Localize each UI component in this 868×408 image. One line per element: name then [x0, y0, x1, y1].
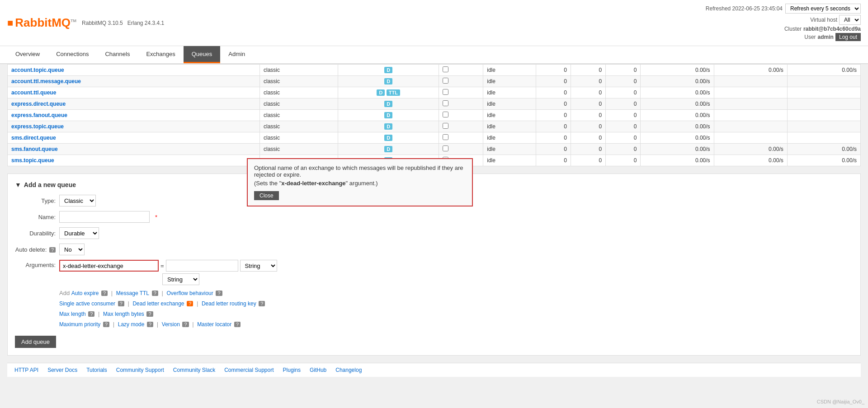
- footer-http-api[interactable]: HTTP API: [14, 367, 38, 373]
- name-label: Name:: [15, 214, 56, 220]
- queue-checkbox-cell[interactable]: [439, 132, 483, 144]
- master-locator-help[interactable]: ?: [234, 322, 241, 327]
- queue-checkbox-cell[interactable]: [439, 144, 483, 155]
- queue-name-cell[interactable]: sms.topic.queue: [8, 155, 260, 166]
- queue-checkbox-cell[interactable]: [439, 121, 483, 132]
- queue-name-link[interactable]: sms.direct.queue: [11, 135, 56, 141]
- arg-type-select-1[interactable]: String Number Boolean: [240, 260, 277, 272]
- queue-type-cell: classic: [260, 132, 338, 144]
- footer-community-support[interactable]: Community Support: [116, 367, 164, 373]
- queue-checkbox[interactable]: [443, 134, 448, 140]
- maximum-priority-help[interactable]: ?: [103, 322, 109, 327]
- lazy-mode-help[interactable]: ?: [147, 322, 153, 327]
- queue-name-link[interactable]: express.topic.queue: [11, 123, 64, 130]
- queue-checkbox-cell[interactable]: [439, 87, 483, 98]
- queue-ack-cell: [787, 87, 860, 98]
- name-input[interactable]: [59, 211, 150, 223]
- queue-name-link[interactable]: sms.topic.queue: [11, 157, 54, 164]
- footer-plugins[interactable]: Plugins: [283, 367, 301, 373]
- queue-name-link[interactable]: express.fanout.queue: [11, 112, 67, 118]
- footer: HTTP API Server Docs Tutorials Community…: [7, 363, 861, 377]
- version-help[interactable]: ?: [182, 322, 189, 327]
- logo-tm: TM: [71, 19, 76, 23]
- footer-commercial-support[interactable]: Commercial Support: [224, 367, 274, 373]
- queue-name-cell[interactable]: account.ttl.queue: [8, 87, 260, 98]
- queue-checkbox-cell[interactable]: [439, 98, 483, 110]
- nav-queues[interactable]: Queues: [184, 46, 221, 63]
- queue-name-link[interactable]: sms.fanout.queue: [11, 146, 58, 152]
- dead-letter-routing-key-help[interactable]: ?: [259, 301, 265, 306]
- queue-name-cell[interactable]: account.topic.queue: [8, 65, 260, 76]
- arg-val-input[interactable]: [166, 260, 238, 272]
- queue-name-link[interactable]: account.ttl.queue: [11, 89, 56, 96]
- overflow-behaviour-help[interactable]: ?: [216, 291, 222, 296]
- queue-name-link[interactable]: express.direct.queue: [11, 101, 66, 107]
- durability-select[interactable]: Durable Transient: [59, 227, 99, 239]
- queue-unacked-cell: 0: [571, 144, 605, 155]
- footer-server-docs[interactable]: Server Docs: [47, 367, 77, 373]
- footer-github[interactable]: GitHub: [310, 367, 326, 373]
- queue-deliver-cell: [714, 110, 787, 121]
- header: ■ RabbitMQTM RabbitMQ 3.10.5 Erlang 24.3…: [0, 0, 868, 46]
- queue-checkbox[interactable]: [443, 123, 448, 129]
- nav-admin[interactable]: Admin: [220, 46, 253, 63]
- link-dead-letter-exchange[interactable]: Dead letter exchange: [132, 300, 184, 307]
- dead-letter-exchange-help[interactable]: ?: [187, 301, 193, 306]
- max-length-bytes-help[interactable]: ?: [146, 311, 153, 317]
- queue-name-cell[interactable]: express.fanout.queue: [8, 110, 260, 121]
- link-message-ttl[interactable]: Message TTL: [116, 290, 149, 296]
- vhost-select[interactable]: All: [839, 15, 861, 25]
- queue-checkbox[interactable]: [443, 145, 448, 151]
- link-version[interactable]: Version: [162, 321, 180, 328]
- queue-checkbox[interactable]: [443, 66, 448, 72]
- queue-name-cell[interactable]: sms.fanout.queue: [8, 144, 260, 155]
- link-master-locator[interactable]: Master locator: [197, 321, 231, 328]
- queue-checkbox-cell[interactable]: [439, 110, 483, 121]
- link-overflow-behaviour[interactable]: Overflow behaviour: [166, 290, 213, 296]
- queue-checkbox[interactable]: [443, 112, 448, 117]
- type-select[interactable]: Classic Quorum Stream: [59, 195, 96, 206]
- single-active-consumer-help[interactable]: ?: [118, 301, 124, 306]
- queue-name-cell[interactable]: sms.direct.queue: [8, 132, 260, 144]
- queue-ready-cell: 0: [536, 87, 571, 98]
- link-max-length[interactable]: Max length: [59, 311, 86, 317]
- link-maximum-priority[interactable]: Maximum priority: [59, 321, 100, 328]
- message-ttl-help[interactable]: ?: [152, 291, 158, 296]
- link-auto-expire[interactable]: Auto expire: [71, 290, 99, 296]
- auto-delete-select[interactable]: No Yes: [59, 244, 85, 255]
- queue-checkbox[interactable]: [443, 89, 448, 95]
- footer-community-slack[interactable]: Community Slack: [173, 367, 215, 373]
- add-queue-button[interactable]: Add queue: [15, 336, 56, 348]
- queue-checkbox-cell[interactable]: [439, 65, 483, 76]
- refresh-select[interactable]: Refresh every 5 seconds: [785, 4, 861, 14]
- footer-tutorials[interactable]: Tutorials: [86, 367, 107, 373]
- max-length-help[interactable]: ?: [88, 311, 94, 317]
- version-info: RabbitMQ 3.10.5 Erlang 24.3.4.1: [82, 20, 164, 26]
- arg-key-input[interactable]: [59, 260, 159, 272]
- nav-channels[interactable]: Channels: [97, 46, 138, 63]
- queue-type-cell: classic: [260, 121, 338, 132]
- link-max-length-bytes[interactable]: Max length bytes: [103, 311, 144, 317]
- auto-expire-help[interactable]: ?: [101, 291, 108, 296]
- queue-name-cell[interactable]: express.direct.queue: [8, 98, 260, 110]
- queue-name-link[interactable]: account.ttl.message.queue: [11, 78, 81, 84]
- queue-name-cell[interactable]: account.ttl.message.queue: [8, 76, 260, 87]
- queue-name-cell[interactable]: express.topic.queue: [8, 121, 260, 132]
- nav-overview[interactable]: Overview: [7, 46, 48, 63]
- footer-changelog[interactable]: Changelog: [335, 367, 362, 373]
- queue-name-link[interactable]: account.topic.queue: [11, 67, 64, 73]
- tooltip-close-button[interactable]: Close: [254, 191, 279, 200]
- auto-delete-help-icon[interactable]: ?: [49, 247, 56, 253]
- nav-exchanges[interactable]: Exchanges: [138, 46, 183, 63]
- queue-checkbox[interactable]: [443, 78, 448, 84]
- link-lazy-mode[interactable]: Lazy mode: [118, 321, 145, 328]
- refresh-row: Refreshed 2022-06-25 23:45:04 Refresh ev…: [706, 4, 861, 14]
- queue-checkbox-cell[interactable]: [439, 76, 483, 87]
- logo: ■ RabbitMQTM: [7, 16, 76, 30]
- queue-checkbox[interactable]: [443, 100, 448, 106]
- arg-type-select-2[interactable]: String Number Boolean: [162, 273, 199, 285]
- link-single-active-consumer[interactable]: Single active consumer: [59, 300, 115, 307]
- nav-connections[interactable]: Connections: [48, 46, 97, 63]
- link-dead-letter-routing-key[interactable]: Dead letter routing key: [202, 300, 256, 307]
- logout-button[interactable]: Log out: [835, 33, 861, 41]
